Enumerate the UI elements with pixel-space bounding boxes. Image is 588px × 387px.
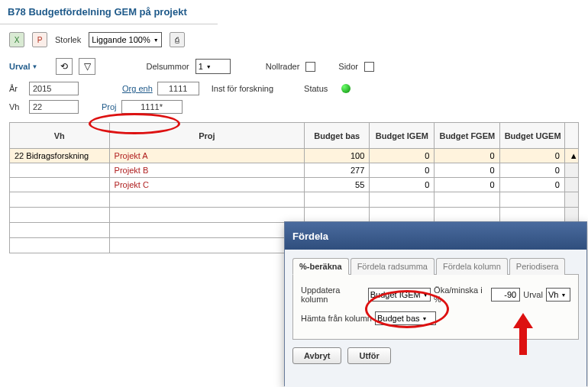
- cell-budget-ugem[interactable]: 0: [499, 178, 564, 192]
- col-header-budget-bas[interactable]: Budget bas: [305, 123, 370, 149]
- tab-fordela-radsumma[interactable]: Fördela radsumma: [351, 258, 435, 275]
- storlek-value: Liggande 100%: [92, 35, 150, 44]
- col-header-budget-fgem[interactable]: Budget FGEM: [435, 123, 499, 149]
- cell-budget-fgem[interactable]: 0: [435, 178, 499, 192]
- col-header-vh[interactable]: Vh: [10, 123, 110, 149]
- oka-minska-label: Öka/minska i %: [434, 285, 488, 304]
- cell-proj[interactable]: Projekt A: [109, 149, 305, 163]
- grid-scroll-header: [564, 123, 578, 149]
- refresh-icon[interactable]: ⟲: [56, 58, 73, 75]
- col-header-budget-igem[interactable]: Budget IGEM: [370, 123, 435, 149]
- orgenh-desc: Inst för forskning: [212, 84, 273, 93]
- ar-input[interactable]: [29, 82, 79, 95]
- ar-label: År: [9, 84, 24, 93]
- cell-proj[interactable]: Projekt C: [109, 178, 305, 192]
- chevron-down-icon: ▼: [423, 292, 428, 298]
- tab-fordela-kolumn[interactable]: Fördela kolumn: [436, 258, 508, 275]
- storlek-select[interactable]: Liggande 100% ▼: [89, 32, 161, 47]
- cell-budget-bas[interactable]: 100: [305, 149, 370, 163]
- cell-budget-ugem[interactable]: 0: [499, 149, 564, 163]
- utfor-button[interactable]: Utför: [347, 347, 390, 364]
- sidor-label: Sidor: [338, 62, 358, 71]
- hamta-fran-select[interactable]: Budget bas ▼: [375, 311, 436, 325]
- dialog-tabstrip: %-beräkna Fördela radsumma Fördela kolum…: [292, 257, 579, 275]
- col-header-budget-ugem[interactable]: Budget UGEM: [499, 123, 564, 149]
- cell-proj[interactable]: Projekt B: [109, 163, 305, 178]
- table-row[interactable]: Projekt B277000: [10, 163, 579, 178]
- dialog-urval-select[interactable]: Vh ▼: [546, 288, 570, 302]
- scroll-up-icon[interactable]: ▲: [564, 149, 578, 163]
- filter-icon[interactable]: ▽: [79, 58, 95, 75]
- scrollbar-track[interactable]: [564, 163, 578, 178]
- fordela-dialog: Fördela %-beräkna Fördela radsumma Förde…: [284, 221, 587, 386]
- storlek-label: Storlek: [55, 35, 81, 44]
- nollrader-label: Nollrader: [266, 62, 300, 71]
- table-row-empty: [10, 192, 579, 208]
- chevron-down-icon: ▼: [561, 292, 566, 298]
- hamta-fran-label: Hämta från kolumn: [301, 314, 372, 323]
- cell-budget-igem[interactable]: 0: [370, 163, 435, 178]
- print-icon[interactable]: ⎙: [170, 32, 185, 47]
- filter-bar: Urval ▼ ⟲ ▽ Delsummor 1 ▼ Nollrader Sido…: [0, 55, 588, 79]
- cell-budget-fgem[interactable]: 0: [435, 163, 499, 178]
- status-indicator-icon: [341, 84, 351, 93]
- tab-periodisera[interactable]: Periodisera: [509, 258, 566, 275]
- table-row[interactable]: Projekt C55000: [10, 178, 579, 192]
- page-title: B78 Budgetfördelning GEM på projekt: [0, 0, 218, 24]
- cell-budget-igem[interactable]: 0: [370, 149, 435, 163]
- sidor-checkbox[interactable]: [364, 62, 374, 72]
- cell-budget-bas[interactable]: 277: [305, 163, 370, 178]
- proj-label: Proj: [102, 102, 117, 111]
- cell-budget-igem[interactable]: 0: [370, 178, 435, 192]
- delsummor-label: Delsummor: [146, 62, 189, 71]
- oka-minska-input[interactable]: [491, 288, 520, 302]
- cell-vh: [10, 163, 110, 178]
- export-excel-icon[interactable]: X: [9, 32, 24, 47]
- urval-link[interactable]: Urval ▼: [9, 62, 37, 71]
- dialog-title[interactable]: Fördela: [285, 222, 586, 250]
- cell-budget-bas[interactable]: 55: [305, 178, 370, 192]
- uppdatera-kolumn-label: Uppdatera kolumn: [301, 285, 365, 304]
- proj-input[interactable]: [121, 100, 183, 114]
- chevron-down-icon: ▼: [32, 63, 38, 70]
- chevron-down-icon: ▼: [206, 64, 212, 69]
- uppdatera-kolumn-select[interactable]: Budget IGEM ▼: [368, 288, 431, 302]
- scrollbar-track[interactable]: [564, 178, 578, 192]
- tab-content: Uppdatera kolumn Budget IGEM ▼ Öka/minsk…: [292, 275, 579, 340]
- table-row-empty: [10, 208, 579, 223]
- cell-vh: 22 Bidragsforskning: [10, 149, 110, 163]
- cell-budget-fgem[interactable]: 0: [435, 149, 499, 163]
- avbryt-button[interactable]: Avbryt: [292, 347, 341, 364]
- table-row[interactable]: 22 BidragsforskningProjekt A100000▲: [10, 149, 579, 163]
- delsummor-select[interactable]: 1 ▼: [195, 59, 231, 74]
- cell-budget-ugem[interactable]: 0: [499, 163, 564, 178]
- chevron-down-icon: ▼: [422, 316, 428, 321]
- orgenh-label[interactable]: Org enh: [122, 84, 153, 93]
- col-header-proj[interactable]: Proj: [109, 123, 305, 149]
- vh-input[interactable]: [29, 100, 79, 114]
- status-label: Status: [304, 84, 328, 93]
- chevron-down-icon: ▼: [153, 37, 159, 43]
- tab-pct-berakna[interactable]: %-beräkna: [292, 258, 349, 275]
- export-pdf-icon[interactable]: P: [32, 32, 47, 47]
- vh-label: Vh: [9, 102, 24, 111]
- cell-vh: [10, 178, 110, 192]
- orgenh-input[interactable]: [157, 82, 199, 95]
- dialog-urval-label: Urval: [523, 290, 543, 299]
- toolbar: X P Storlek Liggande 100% ▼ ⎙: [0, 24, 588, 55]
- nollrader-checkbox[interactable]: [305, 62, 315, 72]
- criteria-block: År Org enh Inst för forskning Status Vh …: [0, 79, 588, 122]
